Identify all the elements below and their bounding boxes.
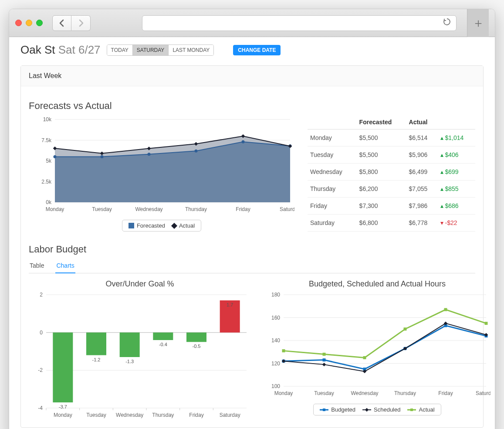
svg-text:Tuesday: Tuesday bbox=[86, 412, 106, 418]
last-week-panel: Last Week Forecasts vs Actual 0k2.5k5k7.… bbox=[20, 65, 484, 428]
date-option-saturday[interactable]: SATURDAY bbox=[133, 45, 169, 55]
svg-text:160: 160 bbox=[271, 315, 280, 321]
new-tab-button[interactable]: ＋ bbox=[467, 9, 489, 37]
page-content: Oak St Sat 6/27 TODAYSATURDAYLAST MONDAY… bbox=[9, 37, 495, 429]
svg-rect-93 bbox=[444, 308, 447, 311]
forecasts-legend: Forecasted Actual bbox=[122, 220, 201, 232]
table-row: Thursday$6,200$7,055▴ $855 bbox=[308, 180, 475, 197]
svg-text:Tuesday: Tuesday bbox=[314, 390, 334, 396]
svg-text:1.7: 1.7 bbox=[227, 302, 233, 307]
svg-text:Wednesday: Wednesday bbox=[116, 412, 143, 418]
svg-rect-91 bbox=[363, 356, 366, 359]
legend-actual-hours: Actual bbox=[407, 406, 434, 413]
forward-button[interactable] bbox=[71, 15, 91, 31]
svg-text:Friday: Friday bbox=[438, 390, 453, 396]
svg-text:-1.2: -1.2 bbox=[92, 357, 101, 362]
page-title: Oak St Sat 6/27 bbox=[20, 43, 101, 57]
reload-icon[interactable] bbox=[443, 18, 451, 28]
svg-text:Saturday: Saturday bbox=[280, 206, 294, 212]
svg-text:Thursday: Thursday bbox=[185, 206, 207, 212]
date-option-last-monday[interactable]: LAST MONDAY bbox=[169, 45, 213, 55]
svg-point-14 bbox=[242, 140, 245, 143]
th-forecasted: Forecasted bbox=[357, 115, 406, 129]
svg-rect-49 bbox=[153, 333, 173, 340]
svg-text:Saturday: Saturday bbox=[220, 412, 240, 418]
forecasts-title: Forecasts vs Actual bbox=[29, 100, 475, 112]
svg-rect-45 bbox=[120, 333, 140, 357]
date-option-today[interactable]: TODAY bbox=[107, 45, 133, 55]
svg-text:140: 140 bbox=[271, 337, 280, 344]
over-under-title: Over/Under Goal % bbox=[29, 279, 251, 289]
svg-text:-0.5: -0.5 bbox=[193, 344, 201, 349]
app-window: ＋ Oak St Sat 6/27 TODAYSATURDAYLAST MOND… bbox=[9, 9, 495, 429]
table-row: Tuesday$5,500$5,906▴ $406 bbox=[308, 146, 475, 163]
svg-rect-37 bbox=[53, 333, 73, 402]
caret-up-icon: ▴ $855 bbox=[440, 185, 459, 192]
svg-text:-0.4: -0.4 bbox=[159, 342, 167, 347]
maximize-icon[interactable] bbox=[36, 20, 43, 26]
svg-text:Wednesday: Wednesday bbox=[351, 390, 378, 396]
svg-text:0: 0 bbox=[40, 330, 43, 336]
svg-text:2.5k: 2.5k bbox=[41, 179, 52, 185]
page-header: Oak St Sat 6/27 TODAYSATURDAYLAST MONDAY… bbox=[20, 43, 484, 57]
forecasts-chart: 0k2.5k5k7.5k10kMondayTuesdayWednesdayThu… bbox=[29, 115, 294, 232]
url-bar[interactable] bbox=[142, 15, 457, 31]
svg-rect-90 bbox=[323, 353, 326, 356]
caret-up-icon: ▴ $406 bbox=[440, 151, 459, 158]
svg-text:5k: 5k bbox=[46, 158, 52, 164]
tab-table[interactable]: Table bbox=[29, 259, 45, 273]
svg-text:Thursday: Thursday bbox=[394, 390, 416, 396]
svg-text:Monday: Monday bbox=[46, 206, 64, 212]
minimize-icon[interactable] bbox=[26, 20, 32, 26]
svg-text:100: 100 bbox=[271, 383, 280, 389]
titlebar: ＋ bbox=[9, 9, 495, 37]
change-date-button[interactable]: CHANGE DATE bbox=[233, 45, 281, 55]
svg-point-11 bbox=[101, 155, 104, 158]
svg-rect-78 bbox=[323, 358, 326, 361]
svg-text:120: 120 bbox=[271, 361, 280, 367]
hours-legend: Budgeted Scheduled Actual bbox=[313, 404, 441, 415]
page-date: Sat 6/27 bbox=[58, 43, 101, 56]
close-icon[interactable] bbox=[15, 20, 22, 26]
table-row: Monday$5,500$6,514▴ $1,014 bbox=[308, 129, 475, 146]
tab-charts[interactable]: Charts bbox=[55, 259, 75, 273]
svg-rect-98 bbox=[365, 408, 369, 411]
svg-rect-41 bbox=[86, 333, 106, 355]
labor-tabs: TableCharts bbox=[29, 259, 475, 273]
svg-text:Wednesday: Wednesday bbox=[135, 206, 162, 212]
svg-text:Tuesday: Tuesday bbox=[92, 206, 112, 212]
svg-text:Monday: Monday bbox=[54, 412, 72, 418]
svg-text:-4: -4 bbox=[38, 405, 43, 411]
svg-rect-96 bbox=[323, 409, 325, 411]
date-range-group: TODAYSATURDAYLAST MONDAY bbox=[107, 44, 214, 56]
caret-up-icon: ▴ $699 bbox=[440, 168, 459, 175]
forecasts-table: Forecasted Actual Monday$5,500$6,514▴ $1… bbox=[308, 115, 475, 232]
caret-up-icon: ▴ $1,014 bbox=[440, 134, 464, 141]
nav-buttons bbox=[52, 15, 91, 31]
table-row: Saturday$6,800$6,778▾ -$22 bbox=[308, 214, 475, 232]
svg-text:-2: -2 bbox=[38, 367, 43, 373]
svg-text:Thursday: Thursday bbox=[152, 412, 174, 418]
location-name: Oak St bbox=[20, 43, 55, 56]
svg-text:180: 180 bbox=[271, 292, 280, 298]
legend-forecasted: Forecasted bbox=[129, 222, 165, 229]
back-button[interactable] bbox=[52, 15, 71, 31]
svg-point-12 bbox=[148, 153, 151, 156]
legend-budgeted: Budgeted bbox=[320, 406, 355, 413]
th-actual: Actual bbox=[406, 115, 438, 129]
svg-text:-3.7: -3.7 bbox=[59, 404, 67, 409]
legend-scheduled: Scheduled bbox=[362, 406, 400, 413]
hours-chart: Budgeted, Scheduled and Actual Hours 100… bbox=[264, 276, 490, 423]
svg-text:Monday: Monday bbox=[274, 390, 293, 396]
table-row: Friday$7,300$7,986▴ $686 bbox=[308, 197, 475, 214]
svg-rect-89 bbox=[282, 349, 285, 352]
svg-point-10 bbox=[54, 155, 57, 158]
svg-rect-53 bbox=[186, 333, 206, 342]
svg-rect-100 bbox=[410, 409, 413, 411]
svg-rect-92 bbox=[404, 327, 407, 330]
hours-title: Budgeted, Scheduled and Actual Hours bbox=[264, 279, 490, 289]
svg-text:Friday: Friday bbox=[189, 412, 203, 418]
labor-title: Labor Budget bbox=[29, 244, 475, 255]
svg-text:2: 2 bbox=[40, 292, 43, 298]
legend-actual: Actual bbox=[172, 222, 195, 229]
